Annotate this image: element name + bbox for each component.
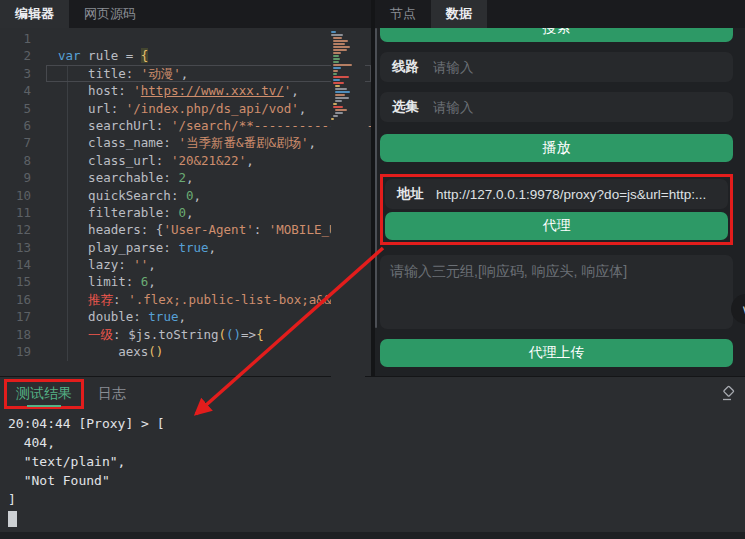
minimap-row — [331, 34, 343, 36]
minimap-row — [333, 37, 342, 39]
top-area: 编辑器 网页源码 12var rule = {3 title: '动漫',4 h… — [0, 0, 745, 377]
line-number: 11 — [0, 204, 46, 221]
code-line[interactable]: 13 play_parse: true, — [0, 239, 371, 256]
code-line-text — [46, 30, 371, 47]
minimap-row — [333, 76, 349, 78]
code-line[interactable]: 6 searchUrl: '/search/**----------------… — [0, 117, 371, 134]
data-tabbar: 节点 数据 — [375, 0, 745, 28]
address-field[interactable]: 地址 http://127.0.0.1:9978/proxy?do=js&url… — [385, 179, 728, 209]
tab-log[interactable]: 日志 — [98, 385, 126, 403]
tab-test-result[interactable]: 测试结果 — [4, 379, 84, 409]
minimap-row — [333, 64, 352, 66]
code-line[interactable]: 2var rule = { — [0, 47, 371, 64]
line-number: 15 — [0, 273, 46, 290]
episode-field[interactable]: 选集 — [380, 92, 733, 122]
code-editor[interactable]: 12var rule = {3 title: '动漫',4 host: 'htt… — [0, 28, 371, 377]
minimap-row — [335, 97, 349, 99]
code-line-text: searchUrl: '/search/**------------------… — [46, 117, 371, 134]
line-number: 17 — [0, 308, 46, 325]
minimap-row — [335, 112, 343, 114]
play-button[interactable]: 播放 — [380, 134, 733, 162]
minimap[interactable] — [331, 28, 365, 377]
data-panel-body: 搜索 线路 选集 播放 地址 http://127.0.0.1:9978/pro… — [375, 28, 745, 377]
scroll-down-fab[interactable]: ∨ — [731, 294, 745, 324]
tab-page-source[interactable]: 网页源码 — [69, 0, 151, 28]
proxy-button[interactable]: 代理 — [385, 212, 728, 240]
code-line[interactable]: 1 — [0, 30, 371, 47]
line-number: 13 — [0, 239, 46, 256]
code-line[interactable]: 15 limit: 6, — [0, 273, 371, 290]
minimap-row — [333, 106, 343, 108]
code-line[interactable]: 17 double: true, — [0, 308, 371, 325]
episode-field-label: 选集 — [392, 98, 419, 116]
line-input[interactable] — [431, 59, 721, 76]
triple-textarea[interactable] — [380, 255, 733, 329]
clear-console-eraser-icon[interactable] — [719, 385, 737, 403]
minimap-row — [333, 103, 337, 105]
code-line-text: 推荐: '.flex;.public-list-box;a&& — [46, 291, 371, 308]
console-output[interactable]: 20:04:44 [Proxy] > [ 404, "text/plain", … — [0, 410, 745, 527]
line-number: 12 — [0, 221, 46, 238]
console-scrollbar-track[interactable] — [0, 532, 745, 539]
code-line[interactable]: 11 filterable: 0, — [0, 204, 371, 221]
minimap-row — [333, 82, 344, 84]
code-line[interactable]: 4 host: 'https://www.xxx.tv/', — [0, 82, 371, 99]
code-line[interactable]: 5 url: '/index.php/ds_api/vod', — [0, 100, 371, 117]
rule-editor-app: 编辑器 网页源码 12var rule = {3 title: '动漫',4 h… — [0, 0, 745, 539]
proxy-upload-button[interactable]: 代理上传 — [380, 339, 733, 367]
code-line-text: play_parse: true, — [46, 239, 371, 256]
code-line-text: headers: {'User-Agent': 'MOBILE_UA — [46, 221, 371, 238]
tab-node[interactable]: 节点 — [375, 0, 431, 28]
code-line-text: title: '动漫', — [46, 65, 371, 82]
minimap-row — [335, 100, 342, 102]
minimap-row — [333, 58, 340, 60]
code-line-text: class_url: '20&21&22', — [46, 152, 371, 169]
code-line-text: var rule = { — [46, 47, 371, 64]
minimap-row — [335, 109, 347, 111]
code-line[interactable]: 16 推荐: '.flex;.public-list-box;a&& — [0, 291, 371, 308]
line-number: 7 — [0, 134, 46, 151]
tab-editor[interactable]: 编辑器 — [0, 0, 69, 28]
code-line[interactable]: 10 quickSearch: 0, — [0, 187, 371, 204]
code-line[interactable]: 14 lazy: '', — [0, 256, 371, 273]
code-line[interactable]: 8 class_url: '20&21&22', — [0, 152, 371, 169]
line-number: 5 — [0, 100, 46, 117]
annotation-redbox-proxy: 地址 http://127.0.0.1:9978/proxy?do=js&url… — [380, 174, 733, 245]
console-cursor — [8, 511, 17, 527]
code-line-text: searchable: 2, — [46, 169, 371, 186]
minimap-row — [333, 79, 340, 81]
line-number: 8 — [0, 152, 46, 169]
data-pane: 节点 数据 搜索 线路 选集 播放 — [375, 0, 745, 377]
episode-input[interactable] — [431, 99, 721, 116]
line-number: 9 — [0, 169, 46, 186]
line-number: 4 — [0, 82, 46, 99]
code-line[interactable]: 19 aexs() — [0, 343, 371, 360]
tab-data[interactable]: 数据 — [431, 0, 487, 28]
line-field[interactable]: 线路 — [380, 52, 733, 82]
console-line: 20:04:44 [Proxy] > [ — [8, 414, 745, 433]
code-lines: 12var rule = {3 title: '动漫',4 host: 'htt… — [0, 30, 371, 360]
code-line[interactable]: 9 searchable: 2, — [0, 169, 371, 186]
editor-pane: 编辑器 网页源码 12var rule = {3 title: '动漫',4 h… — [0, 0, 371, 377]
code-line[interactable]: 18 一级: $js.toString(()=>{ — [0, 326, 371, 343]
minimap-row — [331, 118, 334, 120]
code-line-text: double: true, — [46, 308, 371, 325]
line-number: 19 — [0, 343, 46, 360]
panel-scrollbar[interactable] — [375, 28, 377, 328]
code-line-text: filterable: 0, — [46, 204, 371, 221]
bottom-tabbar: 测试结果 日志 — [0, 377, 745, 410]
console-line: ] — [8, 490, 745, 509]
line-number: 18 — [0, 326, 46, 343]
tab-page-source-label: 网页源码 — [84, 5, 136, 23]
tab-editor-label: 编辑器 — [15, 5, 54, 23]
code-line[interactable]: 7 class_name: '当季新番&番剧&剧场', — [0, 134, 371, 151]
minimap-row — [333, 55, 339, 57]
code-line-text: limit: 6, — [46, 273, 371, 290]
search-button[interactable]: 搜索 — [380, 28, 733, 42]
code-line[interactable]: 12 headers: {'User-Agent': 'MOBILE_UA — [0, 221, 371, 238]
minimap-row — [335, 91, 350, 93]
address-value: http://127.0.0.1:9978/proxy?do=js&url=ht… — [436, 187, 716, 202]
chevron-down-icon: ∨ — [741, 302, 745, 317]
tab-test-result-label: 测试结果 — [16, 385, 72, 401]
code-line[interactable]: 3 title: '动漫', — [0, 65, 371, 82]
